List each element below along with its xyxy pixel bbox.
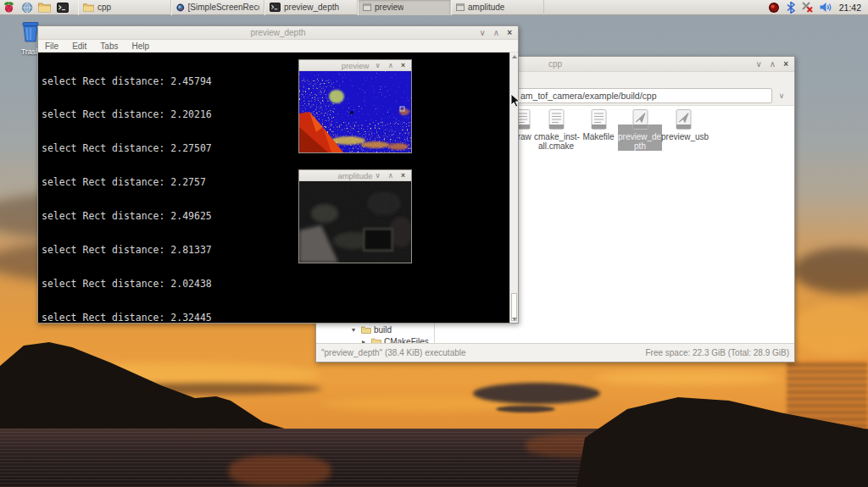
status-selected-file: "preview_depth" (38.4 KiB) executable bbox=[321, 348, 466, 357]
applications-menu-button[interactable] bbox=[0, 0, 18, 15]
executable-file-icon bbox=[676, 109, 692, 130]
mouse-cursor bbox=[510, 93, 520, 108]
globe-icon bbox=[21, 2, 33, 14]
maximize-icon[interactable]: ∧ bbox=[493, 26, 499, 40]
raspberry-menu-icon bbox=[3, 1, 15, 14]
wallpaper-reflection bbox=[229, 456, 331, 486]
maximize-icon[interactable]: ∧ bbox=[770, 58, 776, 71]
taskbar-button-label: amplitude bbox=[468, 3, 504, 12]
volume-icon[interactable] bbox=[820, 2, 832, 13]
menu-file[interactable]: File bbox=[38, 42, 65, 51]
maximize-icon[interactable]: ∧ bbox=[388, 170, 393, 181]
wallpaper-lenticular-cloud bbox=[473, 383, 600, 404]
file-manager-statusbar: "preview_depth" (38.4 KiB) executable Fr… bbox=[316, 343, 794, 362]
file-item-cmake-install[interactable]: cmake_inst- all.cmake bbox=[534, 109, 578, 151]
window-icon bbox=[456, 3, 465, 11]
clock[interactable]: 21:42 bbox=[839, 3, 861, 13]
bluetooth-icon[interactable] bbox=[787, 2, 795, 14]
minimize-icon[interactable]: ∨ bbox=[376, 60, 381, 71]
text-file-icon bbox=[591, 109, 607, 130]
folder-icon bbox=[361, 325, 371, 334]
taskbar-button-simplescreenrecorder[interactable]: [SimpleScreenRecord... bbox=[171, 0, 264, 15]
folder-icon bbox=[371, 337, 381, 343]
terminal-icon bbox=[270, 3, 281, 12]
file-name: Makefile bbox=[576, 132, 620, 141]
taskbar-window-buttons: cpp [SimpleScreenRecord... preview_depth bbox=[78, 0, 544, 15]
folder-icon bbox=[83, 3, 94, 12]
taskbar-button-amplitude[interactable]: amplitude bbox=[451, 0, 544, 15]
terminal-line: select Rect distance: 2.81337 bbox=[42, 245, 509, 256]
terminal-line: select Rect distance: 2.2757 bbox=[42, 177, 509, 188]
status-free-space: Free space: 22.3 GiB (Total: 28.9 GiB) bbox=[645, 348, 789, 357]
preview-titlebar[interactable]: preview ∨ ∧ × bbox=[299, 60, 411, 71]
scroll-up-arrow-icon[interactable] bbox=[510, 53, 518, 60]
menu-edit[interactable]: Edit bbox=[65, 42, 93, 51]
menu-help[interactable]: Help bbox=[125, 42, 156, 51]
minimize-icon[interactable]: ∨ bbox=[480, 26, 486, 40]
file-name: preview_de- pth bbox=[618, 132, 662, 151]
amplitude-titlebar[interactable]: amplitude ∨ ∧ × bbox=[299, 170, 411, 181]
file-item-preview-depth[interactable]: preview_de- pth bbox=[618, 109, 662, 151]
amplitude-image[interactable] bbox=[299, 181, 411, 263]
tree-item-cmakefiles[interactable]: ▸ CMakeFiles bbox=[316, 335, 429, 343]
folder-icon bbox=[38, 2, 51, 13]
taskbar-button-label: cpp bbox=[97, 3, 111, 12]
tree-item-build[interactable]: ▾ build bbox=[316, 324, 392, 335]
terminal-line: select Rect distance: 2.32445 bbox=[42, 313, 509, 323]
terminal-line: select Rect distance: 2.02438 bbox=[42, 279, 509, 290]
wallpaper-lenticular-cloud bbox=[496, 406, 555, 412]
terminal-output: select Rect distance: 2.45794 select Rec… bbox=[42, 53, 509, 323]
terminal-line: select Rect distance: 2.27507 bbox=[42, 143, 509, 154]
file-manager-launcher[interactable] bbox=[36, 0, 53, 15]
text-file-icon bbox=[548, 109, 565, 130]
minimize-icon[interactable]: ∨ bbox=[376, 170, 381, 181]
file-item-makefile[interactable]: Makefile bbox=[576, 109, 620, 141]
executable-file-icon bbox=[632, 109, 648, 130]
expand-arrow-icon[interactable]: ▸ bbox=[362, 338, 369, 344]
collapse-arrow-icon[interactable]: ▾ bbox=[352, 326, 359, 334]
amplitude-window: amplitude ∨ ∧ × bbox=[298, 169, 412, 263]
close-icon[interactable]: × bbox=[401, 60, 405, 71]
close-icon[interactable]: × bbox=[401, 170, 405, 181]
file-name: cmake_inst- all.cmake bbox=[534, 132, 578, 151]
terminal-content[interactable]: select Rect distance: 2.45794 select Rec… bbox=[38, 53, 518, 323]
system-tray: 21:42 bbox=[768, 2, 868, 14]
tree-item-label: build bbox=[374, 325, 392, 335]
window-icon bbox=[363, 3, 371, 11]
taskbar-button-cpp[interactable]: cpp bbox=[78, 0, 171, 15]
web-browser-launcher[interactable] bbox=[18, 0, 36, 15]
terminal-titlebar[interactable]: preview_depth ∨ ∧ × bbox=[38, 26, 518, 40]
minimize-icon[interactable]: ∨ bbox=[756, 58, 762, 71]
scroll-down-arrow-icon[interactable] bbox=[510, 315, 518, 323]
screen-recorder-icon bbox=[176, 3, 185, 13]
terminal-window: preview_depth ∨ ∧ × File Edit Tabs Help … bbox=[37, 25, 519, 324]
menu-tabs[interactable]: Tabs bbox=[93, 42, 125, 51]
taskbar-button-label: preview_depth bbox=[284, 3, 339, 12]
terminal-menubar: File Edit Tabs Help bbox=[38, 40, 518, 53]
terminal-title: preview_depth bbox=[38, 28, 518, 37]
network-disconnected-icon[interactable] bbox=[802, 2, 813, 13]
desktop: Trash cpp ∨ ∧ × ∨ ▾ build bbox=[0, 0, 868, 487]
terminal-line: select Rect distance: 2.45794 bbox=[42, 76, 509, 87]
maximize-icon[interactable]: ∧ bbox=[388, 60, 393, 71]
close-icon[interactable]: × bbox=[507, 26, 512, 40]
terminal-line: select Rect distance: 2.20216 bbox=[42, 109, 509, 120]
taskbar: cpp [SimpleScreenRecord... preview_depth bbox=[0, 0, 868, 15]
file-item-preview-usb[interactable]: preview_usb bbox=[661, 109, 705, 141]
record-status-icon[interactable] bbox=[768, 2, 780, 14]
taskbar-button-label: [SimpleScreenRecord... bbox=[188, 3, 259, 12]
address-dropdown-button[interactable]: ∨ bbox=[774, 88, 789, 103]
preview-window: preview ∨ ∧ × bbox=[298, 59, 412, 153]
taskbar-button-label: preview bbox=[375, 3, 403, 12]
file-name: preview_usb bbox=[661, 132, 705, 141]
terminal-line: select Rect distance: 2.49625 bbox=[42, 211, 509, 222]
taskbar-button-preview[interactable]: preview bbox=[358, 0, 451, 15]
tree-item-label: CMakeFiles bbox=[384, 337, 429, 344]
wallpaper-cloud bbox=[593, 371, 780, 385]
taskbar-button-preview-depth[interactable]: preview_depth bbox=[264, 0, 358, 15]
depth-image[interactable] bbox=[299, 71, 411, 152]
terminal-icon bbox=[57, 3, 69, 13]
close-icon[interactable]: × bbox=[783, 58, 788, 71]
terminal-launcher[interactable] bbox=[53, 0, 71, 15]
